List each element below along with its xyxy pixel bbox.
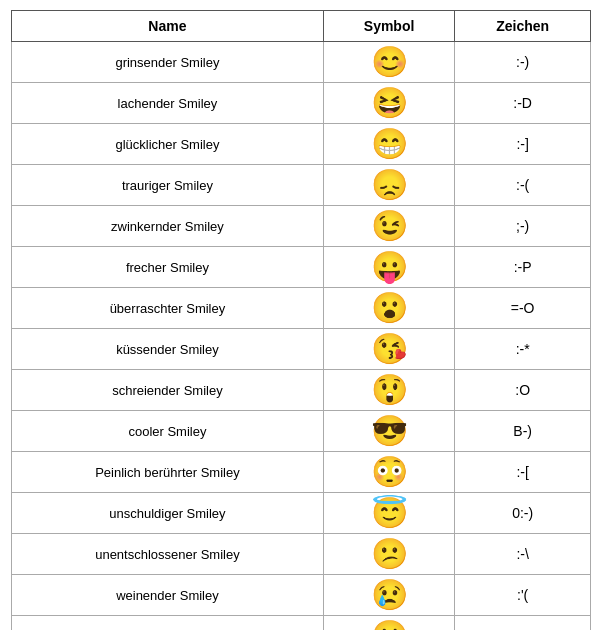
smiley-symbol: 😁 [323,124,454,165]
header-symbol: Symbol [323,11,454,42]
header-zeichen: Zeichen [455,11,591,42]
smiley-zeichen: :O [455,370,591,411]
table-row: weinender Smiley😢:'( [12,575,591,616]
table-row: glücklicher Smiley😁:-] [12,124,591,165]
table-row: schreiender Smiley😲:O [12,370,591,411]
smiley-symbol: 😢 [323,575,454,616]
smiley-name: glücklicher Smiley [12,124,324,165]
smiley-symbol: 😎 [323,411,454,452]
smiley-name: überraschter Smiley [12,288,324,329]
smiley-name: lachender Smiley [12,83,324,124]
smiley-name: unschuldiger Smiley [12,493,324,534]
table-row: überraschter Smiley😮=-O [12,288,591,329]
smiley-zeichen: 0:-) [455,493,591,534]
smiley-symbol: 😊 [323,42,454,83]
table-row: zwinkernder Smiley😉;-) [12,206,591,247]
smiley-zeichen: :-X [455,616,591,631]
smiley-symbol: 😞 [323,165,454,206]
table-row: frecher Smiley😛:-P [12,247,591,288]
table-row: unschuldiger Smiley😇0:-) [12,493,591,534]
smiley-zeichen: :-] [455,124,591,165]
table-row: Peinlich berührter Smiley😳:-[ [12,452,591,493]
smiley-zeichen: :-\ [455,534,591,575]
table-row: unentschlossener Smiley😕:-\ [12,534,591,575]
smiley-name: frecher Smiley [12,247,324,288]
smiley-zeichen: :'( [455,575,591,616]
smiley-zeichen: =-O [455,288,591,329]
smiley-symbol: 😉 [323,206,454,247]
smiley-zeichen: :-D [455,83,591,124]
table-row: lachender Smiley😆:-D [12,83,591,124]
smiley-symbol: 😲 [323,370,454,411]
smiley-zeichen: :-* [455,329,591,370]
smiley-symbol: 😇 [323,493,454,534]
smiley-name: trauriger Smiley [12,165,324,206]
smiley-symbol: 🤐 [323,616,454,631]
smiley-name: unentschlossener Smiley [12,534,324,575]
smiley-symbol: 😳 [323,452,454,493]
smiley-name: weinender Smiley [12,575,324,616]
smiley-symbol: 😘 [323,329,454,370]
smiley-symbol: 😆 [323,83,454,124]
smiley-name: versiegelte Lippen-Smiley [12,616,324,631]
smiley-table: Name Symbol Zeichen grinsender Smiley😊:-… [11,10,591,630]
smiley-zeichen: :-[ [455,452,591,493]
smiley-name: schreiender Smiley [12,370,324,411]
smiley-symbol: 😕 [323,534,454,575]
smiley-zeichen: :-P [455,247,591,288]
smiley-zeichen: :-) [455,42,591,83]
smiley-name: Peinlich berührter Smiley [12,452,324,493]
table-row: küssender Smiley😘:-* [12,329,591,370]
smiley-symbol: 😮 [323,288,454,329]
smiley-name: grinsender Smiley [12,42,324,83]
smiley-symbol: 😛 [323,247,454,288]
smiley-name: zwinkernder Smiley [12,206,324,247]
smiley-zeichen: ;-) [455,206,591,247]
smiley-name: küssender Smiley [12,329,324,370]
table-row: cooler Smiley😎B-) [12,411,591,452]
smiley-name: cooler Smiley [12,411,324,452]
table-row: versiegelte Lippen-Smiley🤐:-X [12,616,591,631]
table-row: grinsender Smiley😊:-) [12,42,591,83]
table-row: trauriger Smiley😞:-( [12,165,591,206]
smiley-zeichen: :-( [455,165,591,206]
header-name: Name [12,11,324,42]
smiley-zeichen: B-) [455,411,591,452]
